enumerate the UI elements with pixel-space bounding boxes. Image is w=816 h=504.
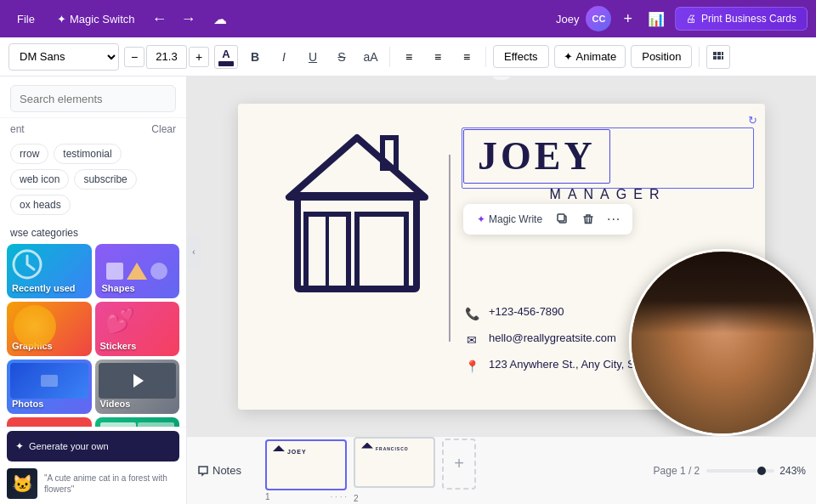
align-center-button[interactable]: ≡ bbox=[426, 45, 450, 69]
notes-label: Notes bbox=[212, 464, 241, 477]
format-toolbar: DM Sans − + A B I U S aA ≡ ≡ ≡ Effects ✦… bbox=[0, 37, 816, 76]
phone-icon: 📞 bbox=[463, 305, 480, 322]
bold-button[interactable]: B bbox=[243, 45, 267, 69]
browse-label: wse categories bbox=[0, 222, 186, 244]
animate-button[interactable]: ✦ Animate bbox=[554, 45, 626, 68]
page-info: Page 1 / 2 bbox=[654, 465, 700, 477]
tag-testimonial[interactable]: testimonial bbox=[54, 144, 121, 164]
category-shapes[interactable]: Shapes bbox=[95, 244, 180, 298]
tag-heads[interactable]: ox heads bbox=[10, 195, 71, 215]
ai-preview-thumb: 🐱 bbox=[7, 468, 37, 499]
email-text: hello@reallygreatsite.com bbox=[489, 331, 616, 346]
category-recently-used[interactable]: Recently used bbox=[7, 244, 92, 298]
magic-write-button[interactable]: ✦ Magic Write bbox=[470, 210, 549, 229]
category-photos[interactable]: Photos bbox=[7, 360, 92, 414]
generate-own-button[interactable]: ✦ Generate your own bbox=[7, 431, 179, 462]
add-page-button[interactable]: + bbox=[442, 439, 476, 490]
magic-switch-icon: ✦ bbox=[57, 13, 66, 25]
location-icon: 📍 bbox=[463, 358, 480, 375]
category-recently-used-label: Recently used bbox=[12, 283, 76, 293]
tag-web-icon[interactable]: web icon bbox=[10, 169, 69, 190]
print-button[interactable]: 🖨 Print Business Cards bbox=[675, 7, 808, 31]
top-bar: File ✦ Magic Switch ← → ☁ Joey CC + 📊 🖨 … bbox=[0, 0, 816, 37]
page2-thumb-wrapper: FRANCISCO 2 bbox=[354, 437, 435, 505]
effects-button[interactable]: Effects bbox=[493, 45, 549, 68]
svg-rect-3 bbox=[713, 56, 717, 59]
rotate-handle[interactable]: ↻ bbox=[748, 114, 757, 127]
svg-rect-5 bbox=[722, 56, 723, 59]
card-divider bbox=[449, 155, 450, 342]
card-title-text: MANAGER bbox=[463, 187, 752, 202]
person-overlay bbox=[629, 249, 816, 436]
print-icon: 🖨 bbox=[686, 13, 696, 25]
magic-switch-btn[interactable]: ✦ Magic Switch bbox=[50, 9, 142, 29]
tag-subscribe[interactable]: subscribe bbox=[74, 169, 136, 190]
font-size-input[interactable] bbox=[146, 45, 187, 69]
sidebar: ent Clear rrow testimonial web icon subs… bbox=[0, 76, 187, 504]
page1-thumb-name: JOEY bbox=[287, 449, 307, 455]
category-charts[interactable]: arts bbox=[7, 417, 92, 427]
canvas-viewport[interactable]: JOEY ↻ MANAGER ✦ Magic Write bbox=[187, 76, 816, 436]
house-illustration bbox=[280, 129, 434, 333]
zoom-track[interactable] bbox=[706, 469, 774, 473]
text-color-button[interactable]: A bbox=[214, 45, 238, 69]
canvas-collapse-handle[interactable]: ∧ bbox=[491, 76, 513, 81]
analytics-icon[interactable]: 📊 bbox=[644, 8, 668, 31]
more-options-button[interactable]: ··· bbox=[602, 207, 626, 231]
align-right-button[interactable]: ≡ bbox=[455, 45, 479, 69]
sidebar-collapse-handle[interactable]: ‹ bbox=[187, 235, 201, 269]
user-avatar[interactable]: CC bbox=[586, 6, 611, 31]
page2-thumb-name: FRANCISCO bbox=[376, 446, 409, 451]
magic-write-bar: ✦ Magic Write ··· bbox=[463, 204, 632, 235]
redo-button[interactable]: → bbox=[178, 7, 200, 31]
svg-marker-7 bbox=[289, 138, 425, 197]
copy-button[interactable] bbox=[551, 207, 575, 231]
strikethrough-button[interactable]: S bbox=[330, 45, 354, 69]
align-left-button[interactable]: ≡ bbox=[397, 45, 421, 69]
page2-number: 2 bbox=[354, 494, 359, 503]
generate-icon: ✦ bbox=[15, 440, 24, 452]
underline-button[interactable]: U bbox=[301, 45, 325, 69]
svg-rect-11 bbox=[357, 214, 406, 289]
tag-arrow[interactable]: rrow bbox=[10, 144, 48, 164]
delete-button[interactable] bbox=[576, 207, 600, 231]
card-name-box: JOEY bbox=[463, 129, 610, 184]
category-tables[interactable]: Tables bbox=[95, 417, 180, 427]
grid-button[interactable] bbox=[706, 45, 730, 69]
color-swatch bbox=[218, 61, 234, 66]
page1-thumbnail[interactable]: JOEY bbox=[265, 439, 347, 490]
bottom-right: Page 1 / 2 243% bbox=[654, 465, 806, 477]
category-graphics[interactable]: Graphics bbox=[7, 302, 92, 356]
page2-thumbnail[interactable]: FRANCISCO bbox=[354, 437, 435, 488]
font-size-decrease[interactable]: − bbox=[124, 47, 144, 67]
font-family-select[interactable]: DM Sans bbox=[8, 43, 119, 71]
font-size-increase[interactable]: + bbox=[189, 47, 209, 67]
svg-rect-1 bbox=[717, 52, 721, 55]
toolbar-divider-1 bbox=[389, 47, 390, 67]
file-menu[interactable]: File bbox=[8, 9, 43, 29]
add-collaborator-button[interactable]: + bbox=[618, 8, 638, 30]
search-bar bbox=[0, 76, 186, 118]
cloud-save-icon[interactable]: ☁ bbox=[207, 8, 234, 31]
card-name-container[interactable]: JOEY ↻ bbox=[463, 129, 752, 187]
magic-write-icon: ✦ bbox=[477, 213, 485, 225]
clear-button[interactable]: Clear bbox=[151, 123, 176, 135]
canvas-area: JOEY ↻ MANAGER ✦ Magic Write bbox=[187, 76, 816, 504]
svg-rect-14 bbox=[558, 214, 564, 221]
category-stickers[interactable]: 💕 Stickers bbox=[95, 302, 180, 356]
topbar-right: Joey CC + 📊 🖨 Print Business Cards bbox=[556, 6, 808, 31]
italic-button[interactable]: I bbox=[272, 45, 296, 69]
position-button[interactable]: Position bbox=[631, 45, 692, 68]
search-input[interactable] bbox=[10, 85, 176, 112]
svg-rect-4 bbox=[717, 56, 721, 59]
ai-preview-row: 🐱 "A cute anime cat in a forest with flo… bbox=[0, 465, 186, 504]
card-name-text: JOEY bbox=[478, 137, 596, 176]
case-button[interactable]: aA bbox=[359, 45, 382, 69]
category-videos[interactable]: Videos bbox=[95, 360, 180, 414]
tag-list: rrow testimonial web icon subscribe ox h… bbox=[0, 140, 186, 222]
notes-button[interactable]: Notes bbox=[197, 464, 241, 477]
toolbar-divider-3 bbox=[699, 47, 700, 67]
zoom-thumb[interactable] bbox=[757, 467, 766, 475]
undo-button[interactable]: ← bbox=[149, 7, 171, 31]
animate-icon: ✦ bbox=[564, 50, 573, 63]
